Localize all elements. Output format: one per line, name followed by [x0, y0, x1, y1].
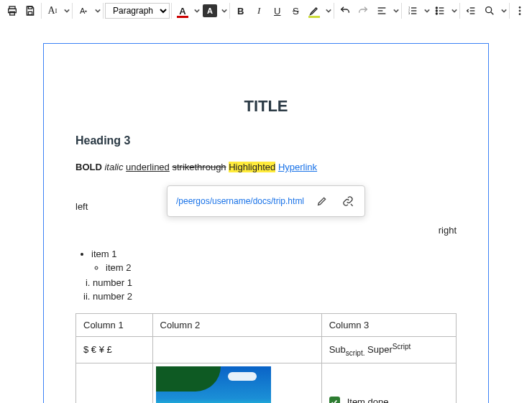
- highlighted-text: Highlighted: [229, 162, 275, 172]
- chevron-down-icon[interactable]: [325, 1, 332, 20]
- separator: [509, 3, 510, 19]
- heading-3[interactable]: Heading 3: [75, 134, 457, 147]
- table-cell[interactable]: $ € ¥ £: [76, 337, 153, 363]
- bullet-list-button[interactable]: [431, 1, 449, 20]
- separator: [229, 3, 230, 19]
- underlined-text: underlined: [126, 162, 170, 172]
- svg-line-28: [351, 204, 353, 206]
- bold-button[interactable]: B: [231, 1, 250, 20]
- highlight-button[interactable]: [305, 1, 324, 20]
- chevron-down-icon[interactable]: [451, 1, 458, 20]
- italic-text: italic: [104, 162, 123, 172]
- outdent-button[interactable]: [462, 1, 480, 20]
- separator: [41, 3, 42, 19]
- checkbox-checked[interactable]: [329, 397, 340, 403]
- separator: [103, 3, 104, 19]
- strike-text: strikethrough: [172, 162, 226, 172]
- table-header[interactable]: Column 2: [152, 314, 321, 337]
- table-cell[interactable]: [152, 363, 321, 403]
- numbered-list[interactable]: number 1 number 2: [93, 277, 457, 302]
- svg-line-24: [491, 12, 493, 14]
- undo-button[interactable]: [336, 1, 354, 20]
- svg-point-25: [519, 6, 520, 8]
- separator: [334, 3, 334, 19]
- separator: [72, 3, 73, 19]
- table-row: Item done: [76, 363, 457, 403]
- strike-button[interactable]: S: [287, 1, 306, 20]
- unlink-button[interactable]: [340, 193, 356, 209]
- font-color-letter: A: [179, 6, 185, 17]
- formatting-demo-line[interactable]: BOLD italic underlined strikethrough Hig…: [75, 162, 457, 172]
- svg-text:3: 3: [408, 11, 411, 15]
- chevron-down-icon[interactable]: [423, 1, 431, 20]
- underline-button[interactable]: U: [268, 1, 287, 20]
- separator: [459, 3, 460, 19]
- svg-point-16: [436, 13, 437, 14]
- toolbar: AI A▪ Paragraph A A B I U S 123: [0, 0, 532, 22]
- highlight-swatch: [308, 16, 320, 18]
- font-color-swatch: [177, 16, 188, 18]
- more-button[interactable]: [511, 1, 530, 20]
- svg-point-26: [519, 10, 520, 11]
- redo-button[interactable]: [354, 1, 373, 20]
- image-placeholder: [156, 366, 271, 403]
- separator: [401, 3, 402, 19]
- svg-point-14: [436, 7, 437, 9]
- table-cell[interactable]: Subscript. SuperScript: [321, 337, 456, 363]
- chevron-down-icon[interactable]: [393, 1, 400, 20]
- checklist-label: Item done: [347, 397, 389, 403]
- chevron-down-icon[interactable]: [193, 1, 201, 20]
- link-popover: /peergos/username/docs/trip.html: [167, 185, 365, 217]
- table-cell[interactable]: [152, 337, 321, 363]
- list-item: item 2: [106, 262, 457, 273]
- list-item: number 1: [93, 277, 457, 288]
- chevron-down-icon[interactable]: [63, 1, 70, 20]
- list-item: item 1 item 2: [91, 249, 457, 273]
- save-button[interactable]: [22, 1, 40, 20]
- bg-color-letter: A: [207, 6, 213, 15]
- document-viewport[interactable]: TITLE Heading 3 BOLD italic underlined s…: [0, 22, 532, 403]
- font-family-button[interactable]: AI: [43, 1, 62, 20]
- table-row: $ € ¥ £ Subscript. SuperScript: [76, 337, 457, 363]
- table[interactable]: Column 1 Column 2 Column 3 $ € ¥ £ Subsc…: [75, 313, 457, 403]
- chevron-down-icon[interactable]: [221, 1, 228, 20]
- chevron-down-icon[interactable]: [500, 1, 508, 20]
- hyperlink[interactable]: Hyperlink: [278, 162, 317, 172]
- edit-link-button[interactable]: [314, 193, 330, 209]
- svg-rect-4: [29, 11, 32, 14]
- table-header[interactable]: Column 1: [76, 314, 153, 337]
- find-button[interactable]: [480, 1, 499, 20]
- bullet-list[interactable]: item 1 item 2: [91, 249, 457, 273]
- page-title[interactable]: TITLE: [75, 97, 457, 116]
- bold-text: BOLD: [75, 162, 102, 172]
- paragraph-style-select[interactable]: Paragraph: [105, 3, 170, 19]
- table-row: Column 1 Column 2 Column 3: [76, 314, 457, 337]
- document-page[interactable]: TITLE Heading 3 BOLD italic underlined s…: [43, 43, 489, 403]
- svg-rect-3: [29, 6, 32, 9]
- svg-point-27: [519, 14, 520, 15]
- separator: [171, 3, 172, 19]
- bg-color-button[interactable]: A: [201, 1, 219, 20]
- svg-point-23: [485, 7, 491, 13]
- svg-point-15: [436, 10, 437, 11]
- numbered-list-button[interactable]: 123: [403, 1, 422, 20]
- list-item: number 2: [93, 291, 457, 302]
- table-header[interactable]: Column 3: [321, 314, 456, 337]
- right-aligned-text[interactable]: right: [75, 225, 457, 236]
- table-cell[interactable]: [76, 363, 153, 403]
- chevron-down-icon[interactable]: [94, 1, 101, 20]
- align-button[interactable]: [372, 1, 391, 20]
- italic-button[interactable]: I: [249, 1, 268, 20]
- table-cell[interactable]: Item done: [321, 363, 456, 403]
- font-size-button[interactable]: A▪: [74, 1, 93, 20]
- font-color-button[interactable]: A: [173, 1, 192, 20]
- link-url[interactable]: /peergos/username/docs/trip.html: [176, 196, 304, 206]
- print-button[interactable]: [3, 1, 22, 20]
